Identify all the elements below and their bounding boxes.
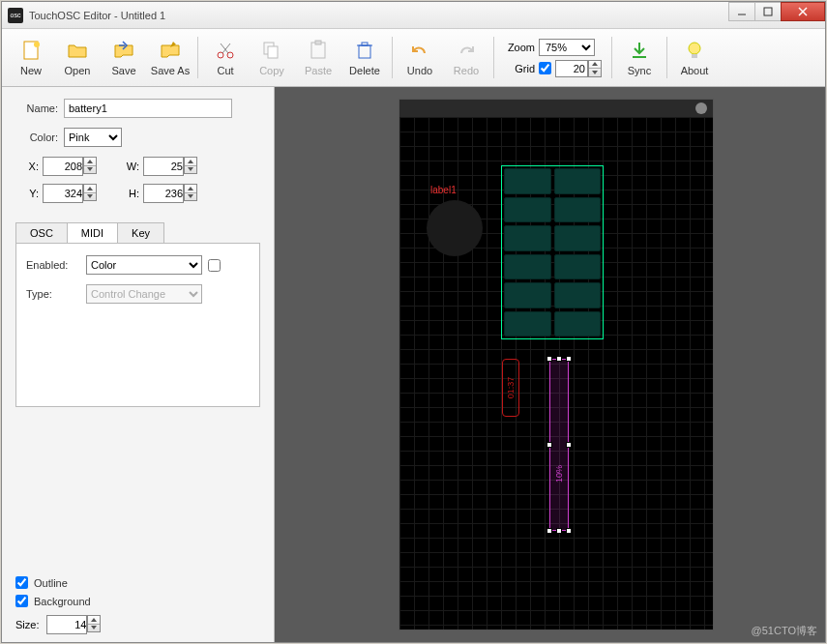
x-input[interactable] (43, 157, 83, 176)
y-label: Y: (25, 188, 39, 199)
svg-point-18 (689, 43, 700, 54)
grid-spinner[interactable] (588, 60, 602, 77)
paste-button[interactable]: Paste (295, 33, 341, 82)
svg-rect-1 (764, 8, 772, 15)
resize-handle[interactable] (556, 356, 562, 362)
control-push-button[interactable] (427, 200, 483, 256)
window-title: TouchOSC Editor - Untitled 1 (29, 10, 729, 21)
sync-button[interactable]: Sync (616, 33, 663, 82)
zoom-label: Zoom (504, 42, 535, 53)
copy-button[interactable]: Copy (249, 33, 295, 82)
zoom-grid-controls: Zoom 75% Grid (498, 33, 607, 82)
resize-handle[interactable] (566, 528, 572, 534)
background-label: Background (34, 596, 91, 607)
new-button[interactable]: New (8, 33, 54, 82)
background-checkbox[interactable] (15, 595, 28, 607)
toolbar: New Open Save Save As Cut Copy Paste Del… (2, 29, 825, 87)
resize-handle[interactable] (556, 528, 562, 534)
bulb-icon (683, 39, 706, 62)
svg-rect-11 (268, 46, 278, 58)
enabled-checkbox[interactable] (208, 259, 221, 272)
save-button[interactable]: Save (101, 33, 147, 82)
copy-icon (260, 39, 283, 62)
grid-value-input[interactable] (555, 60, 588, 77)
file-new-icon (19, 39, 43, 62)
canvas-area[interactable]: label1 01:37 10% (275, 87, 825, 642)
save-icon (112, 39, 135, 62)
type-select: Control Change (86, 284, 202, 304)
control-label1[interactable]: label1 (430, 185, 457, 195)
app-icon: osc (8, 8, 23, 23)
redo-button[interactable]: Redo (443, 33, 489, 82)
trash-icon (353, 39, 376, 62)
outline-label: Outline (34, 577, 68, 589)
saveas-button[interactable]: Save As (147, 33, 193, 82)
tab-midi[interactable]: MIDI (67, 222, 118, 243)
name-input[interactable] (64, 99, 232, 118)
control-time-label[interactable]: 01:37 (502, 359, 519, 417)
w-input[interactable] (143, 157, 184, 176)
w-label: W: (126, 161, 139, 172)
grid-checkbox[interactable] (539, 62, 551, 74)
h-label: H: (126, 188, 139, 199)
zoom-select[interactable]: 75% (539, 39, 595, 56)
resize-handle[interactable] (546, 442, 552, 448)
grid-surface[interactable]: label1 01:37 10% (399, 117, 713, 629)
resize-handle[interactable] (546, 528, 552, 534)
grid-label: Grid (504, 63, 535, 74)
color-label: Color: (15, 132, 58, 143)
outline-checkbox[interactable] (15, 576, 28, 589)
maximize-button[interactable] (754, 2, 782, 21)
cut-button[interactable]: Cut (202, 33, 249, 82)
properties-panel: Name: Color:Pink X: Y: W: H: OSC MIDI Ke… (2, 87, 275, 642)
undo-icon (408, 39, 431, 62)
size-label: Size: (15, 619, 39, 630)
paste-icon (307, 39, 330, 62)
y-input[interactable] (43, 184, 83, 203)
color-select[interactable]: Pink (64, 128, 122, 147)
x-spinner[interactable] (83, 157, 97, 174)
tab-body-midi: Enabled:Color Type:Control Change (15, 243, 260, 407)
svg-rect-13 (315, 41, 321, 44)
enabled-label: Enabled: (26, 259, 80, 271)
resize-handle[interactable] (566, 442, 572, 448)
svg-point-5 (34, 42, 40, 47)
w-spinner[interactable] (184, 157, 197, 174)
undo-button[interactable]: Undo (397, 33, 443, 82)
size-input[interactable] (46, 615, 87, 634)
delete-button[interactable]: Delete (341, 33, 388, 82)
saveas-icon (159, 39, 182, 62)
svg-line-9 (221, 44, 228, 53)
h-spinner[interactable] (184, 184, 197, 201)
svg-rect-19 (692, 54, 697, 58)
tab-key[interactable]: Key (117, 222, 164, 243)
watermark: @51CTO博客 (752, 624, 817, 638)
resize-handle[interactable] (546, 356, 552, 362)
minimize-button[interactable] (728, 2, 755, 21)
control-multitoggle[interactable] (501, 165, 604, 339)
close-button[interactable] (781, 2, 825, 21)
x-label: X: (25, 161, 39, 172)
resize-handle[interactable] (566, 356, 572, 362)
device-preview[interactable]: label1 01:37 10% (399, 99, 714, 630)
control-battery-selected[interactable]: 10% (549, 359, 569, 531)
open-button[interactable]: Open (54, 33, 101, 82)
titlebar[interactable]: osc TouchOSC Editor - Untitled 1 (2, 2, 825, 29)
h-input[interactable] (143, 184, 184, 203)
sync-icon (628, 39, 651, 62)
redo-icon (455, 39, 478, 62)
tab-osc[interactable]: OSC (15, 222, 68, 243)
y-spinner[interactable] (83, 184, 97, 201)
name-label: Name: (15, 102, 58, 114)
type-label: Type: (26, 288, 80, 300)
about-button[interactable]: About (671, 33, 718, 82)
size-spinner[interactable] (87, 615, 101, 632)
scissors-icon (214, 39, 237, 62)
status-dot-icon (695, 102, 707, 114)
svg-rect-16 (362, 43, 368, 45)
folder-open-icon (66, 39, 89, 62)
svg-rect-14 (359, 45, 370, 58)
device-statusbar (399, 100, 713, 117)
svg-line-8 (222, 44, 230, 53)
enabled-select[interactable]: Color (86, 255, 202, 275)
